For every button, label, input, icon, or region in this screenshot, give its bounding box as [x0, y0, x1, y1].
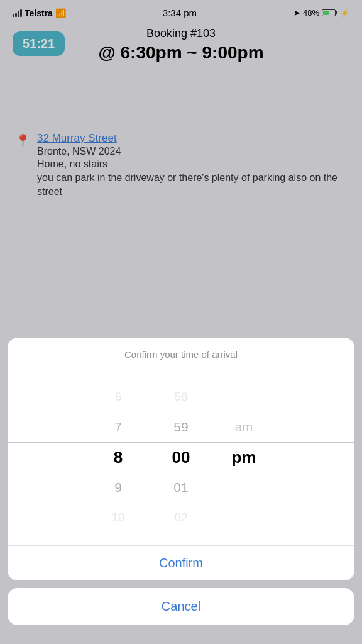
picker-ampm-item [212, 502, 275, 533]
picker-ampm-item [212, 382, 275, 412]
picker-item: 7 [87, 412, 150, 442]
picker-item: 10 [87, 502, 150, 533]
picker-ampm-item [212, 472, 275, 502]
picker-column-hours[interactable]: 5 6 7 8 9 10 11 [87, 369, 150, 545]
modal-header: Confirm your time of arrival [8, 338, 354, 369]
picker-ampm-item [212, 533, 275, 545]
picker-ampm-selected: pm [212, 442, 275, 472]
picker-column-ampm[interactable]: am pm [212, 369, 275, 545]
time-picker-card: Confirm your time of arrival 5 6 7 8 9 1… [8, 338, 354, 580]
picker-item: 6 [87, 382, 150, 412]
picker-ampm-item: am [212, 412, 275, 442]
cancel-label: Cancel [162, 599, 200, 613]
picker-item-selected: 8 [87, 442, 150, 472]
picker-item: 01 [150, 472, 212, 502]
picker-item: 5 [87, 369, 150, 382]
picker-item: 11 [87, 533, 150, 545]
picker-column-minutes[interactable]: 57 58 59 00 01 02 03 [150, 369, 212, 545]
confirm-label: Confirm [159, 556, 203, 570]
picker-item: 9 [87, 472, 150, 502]
picker-item: 02 [150, 502, 212, 533]
picker-columns: 5 6 7 8 9 10 11 57 58 59 00 01 02 03 [8, 369, 354, 545]
picker-item: 58 [150, 382, 212, 412]
time-picker[interactable]: 5 6 7 8 9 10 11 57 58 59 00 01 02 03 [8, 369, 354, 545]
picker-item: 03 [150, 533, 212, 545]
picker-item-selected: 00 [150, 442, 212, 472]
cancel-button[interactable]: Cancel [8, 588, 354, 625]
picker-item: 59 [150, 412, 212, 442]
confirm-button[interactable]: Confirm [8, 545, 354, 580]
picker-item: 57 [150, 369, 212, 382]
picker-ampm-item [212, 369, 275, 382]
time-picker-modal: Confirm your time of arrival 5 6 7 8 9 1… [0, 338, 362, 644]
modal-header-text: Confirm your time of arrival [124, 349, 238, 360]
